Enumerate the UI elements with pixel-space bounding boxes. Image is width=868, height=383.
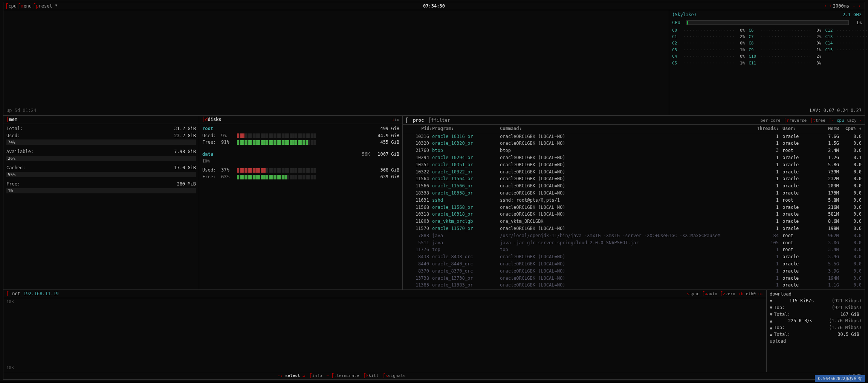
proc-row[interactable]: 10351 oracle_10351_or oracleORCLGBK (LOC… xyxy=(403,161,865,169)
core-row: C15··················1% xyxy=(825,47,868,53)
mem-cached-val: 17.0 GiB xyxy=(174,165,196,171)
top-bar: ⎡cpu ⎡menu ⎡preset * 07:34:30 ‹ +2000ms … xyxy=(3,2,865,10)
cpu-total-pct: 1% xyxy=(851,20,862,26)
proc-row[interactable]: 11631 sshd sshd: root@pts/0,pts/1 1 root… xyxy=(403,197,865,204)
proc-row[interactable]: 8440 oracle_8440_orc oracleORCLGBK (LOCA… xyxy=(403,260,865,268)
disk-data-free-bar xyxy=(237,175,367,179)
net-stats: download ▼115 KiB/s(921 Kibps) ▼Top:(921… xyxy=(767,290,865,372)
menu-preset[interactable]: ⎡preset * xyxy=(33,3,58,9)
disk-io-toggle[interactable]: io xyxy=(394,117,399,122)
proc-filter[interactable]: filter xyxy=(434,118,450,123)
mem-avail-bar: 26% xyxy=(6,156,196,161)
net-title: net xyxy=(12,291,20,297)
proc-row[interactable]: 11570 oracle_11570_or oracleORCLGBK (LOC… xyxy=(403,225,865,232)
disk-root-name: root xyxy=(202,126,213,132)
net-sync[interactable]: ssync xyxy=(687,291,699,297)
refresh-rate[interactable]: ‹ +2000ms - › xyxy=(823,3,862,9)
net-auto[interactable]: ⎡aauto xyxy=(702,291,717,297)
proc-title: proc xyxy=(413,117,424,124)
disk-root-free-label: Free: xyxy=(202,139,221,146)
cpu-model: (Skylake) xyxy=(672,12,697,18)
action-info[interactable]: ⎡info xyxy=(310,373,322,378)
mem-free-val: 280 MiB xyxy=(177,181,196,187)
core-row xyxy=(825,60,868,66)
proc-row[interactable]: 8370 oracle_8370_orc oracleORCLGBK (LOCA… xyxy=(403,268,865,275)
cpu-total-bar xyxy=(686,20,849,25)
core-row: C1··················2% xyxy=(672,34,745,40)
core-row: C2··················0% xyxy=(672,40,745,46)
core-row: C7··················2% xyxy=(749,34,821,40)
load-average: LAV: 0.07 0.24 0.27 xyxy=(810,107,862,114)
mem-free-label: Free: xyxy=(6,181,20,187)
core-row: C13··················5% xyxy=(825,34,868,40)
disk-root-total: 499 GiB xyxy=(380,126,399,132)
core-row xyxy=(825,54,868,59)
opt-tree[interactable]: ⎡ttree xyxy=(810,118,825,123)
proc-row[interactable]: 11566 oracle_11566_or oracleORCLGBK (LOC… xyxy=(403,182,865,190)
proc-row[interactable]: 21760 btop btop 3 root 2.4M 0.0 xyxy=(403,147,865,154)
net-zero[interactable]: ⎡zzero xyxy=(720,291,735,297)
opt-cpu[interactable]: ⎡‹ cpu lazy › xyxy=(829,118,862,123)
action-signals[interactable]: ⎡ssignals xyxy=(383,373,406,378)
proc-row[interactable]: 7888 java /usr/local/openjdk-11/bin/java… xyxy=(403,232,865,239)
proc-row[interactable]: 10320 oracle_10320_or oracleORCLGBK (LOC… xyxy=(403,140,865,147)
proc-row[interactable]: 11803 ora_vktm_orclgb ora_vktm_ORCLGBK 1… xyxy=(403,218,865,225)
proc-row[interactable]: 10316 oracle_10316_or oracleORCLGBK (LOC… xyxy=(403,133,865,140)
core-row: C10··················2% xyxy=(749,54,821,59)
proc-header: Pid: Program: Command: Threads: User: Me… xyxy=(403,125,865,133)
proc-row[interactable]: 13738 oracle_13738_or oracleORCLGBK (LOC… xyxy=(403,275,865,282)
proc-row[interactable]: 10318 oracle_10318_or oracleORCLGBK (LOC… xyxy=(403,211,865,218)
core-row: C11··················3% xyxy=(749,60,821,66)
net-ul-label: upload xyxy=(770,338,862,345)
mem-total-val: 31.2 GiB xyxy=(174,126,196,132)
action-select[interactable]: ↑↓ select ↵ xyxy=(278,373,305,378)
mem-cached-label: Cached: xyxy=(6,165,26,171)
proc-rows: 10316 oracle_10316_or oracleORCLGBK (LOC… xyxy=(403,133,865,289)
cpu-ghz: 2.1 GHz xyxy=(842,12,862,18)
proc-row[interactable]: 10322 oracle_10322_or oracleORCLGBK (LOC… xyxy=(403,169,865,176)
action-terminate[interactable]: ⌐ ⎡tterminate xyxy=(327,373,359,378)
opt-percore[interactable]: per-core xyxy=(761,118,781,123)
bottom-bar: ↑↓ select ↵ ⎡info ⌐ ⎡tterminate ⎡kkill ⎡… xyxy=(3,372,865,380)
disk-root-free-val: 455 GiB xyxy=(369,139,399,146)
proc-row[interactable]: 8438 oracle_8438_orc oracleORCLGBK (LOCA… xyxy=(403,253,865,260)
core-row: C6··················0% xyxy=(749,28,821,33)
proc-row[interactable]: 18338 oracle_18338_or oracleORCLGBK (LOC… xyxy=(403,190,865,197)
proc-row[interactable]: 11568 oracle_11568_or oracleORCLGBK (LOC… xyxy=(403,204,865,211)
core-row: C4··················0% xyxy=(672,54,745,59)
proc-row[interactable]: 11776 top top 1 root 3.4M 0.0 xyxy=(403,246,865,253)
watermark: Q.564562822版权所有 xyxy=(815,375,865,382)
net-dl-label: download xyxy=(770,291,862,297)
cpu-total-label: CPU xyxy=(672,20,684,26)
disk-data-name: data xyxy=(202,151,213,158)
net-ip: 192.168.11.19 xyxy=(23,291,59,297)
proc-row[interactable]: 10294 oracle_10294_or oracleORCLGBK (LOC… xyxy=(403,154,865,161)
disk-root-used-label: Used: xyxy=(202,133,221,139)
disk-panel: ⎡ddisksiio root499 GiB Used: 9% 44.9 GiB… xyxy=(199,116,403,290)
mem-panel: ⎡mem Total:31.2 GiB Used:23.2 GiB 74% Av… xyxy=(3,116,199,290)
mem-avail-label: Available: xyxy=(6,149,34,155)
cpu-graph: up 5d 01:24 xyxy=(3,10,669,115)
menu-menu[interactable]: ⎡menu xyxy=(18,3,32,9)
net-panel: ⎡net 192.168.11.19 ssync ⎡aauto ⎡zzero ‹… xyxy=(3,290,767,372)
action-kill[interactable]: ⎡kkill xyxy=(364,373,379,378)
disk-data-io: IO% xyxy=(202,158,399,164)
mem-used-label: Used: xyxy=(6,133,20,139)
mem-free-bar: 1% xyxy=(6,188,196,193)
core-row: C9··················1% xyxy=(749,47,821,53)
mem-used-bar: 74% xyxy=(6,139,196,145)
menu-cpu[interactable]: ⎡cpu xyxy=(6,3,17,9)
proc-row[interactable]: 5511 java java -jar gfr-server-springclo… xyxy=(403,239,865,247)
proc-row[interactable]: 11564 oracle_11564_or oracleORCLGBK (LOC… xyxy=(403,175,865,182)
proc-row[interactable]: 11383 oracle_11383_or oracleORCLGBK (LOC… xyxy=(403,282,865,289)
net-iface[interactable]: ‹b eth0 n› xyxy=(738,291,763,297)
core-row: C8··················0% xyxy=(749,40,821,46)
net-scale-top: 10K xyxy=(6,299,763,305)
opt-reverse[interactable]: ⎡rreverse xyxy=(784,118,807,123)
mem-cached-bar: 55% xyxy=(6,172,196,177)
core-row: C5··················1% xyxy=(672,60,745,66)
uptime: up 5d 01:24 xyxy=(6,107,36,114)
mem-title: mem xyxy=(9,116,17,123)
core-row: C14··················6% xyxy=(825,40,868,46)
proc-panel: ⎡proc ⎡ffilter per-core ⎡rreverse ⎡ttree… xyxy=(403,116,865,290)
